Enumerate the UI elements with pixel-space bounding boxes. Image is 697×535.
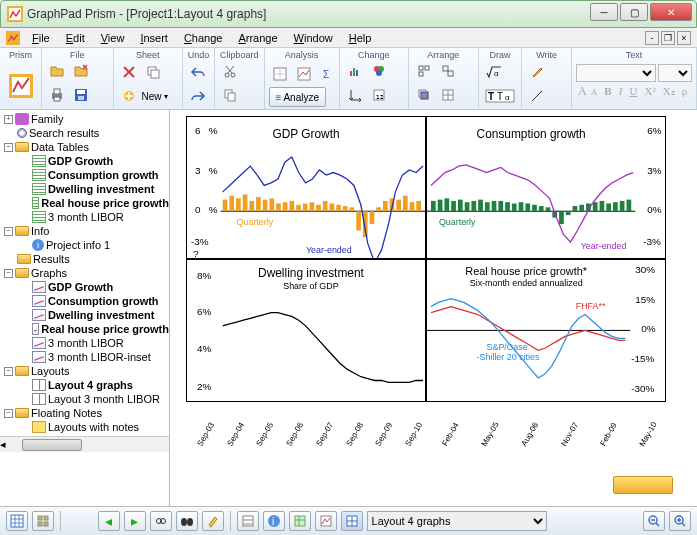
tree-graph-item[interactable]: 3 month LIBOR — [0, 336, 169, 350]
analysis2-icon[interactable] — [293, 63, 315, 85]
menu-file[interactable]: File — [24, 30, 58, 46]
nav-first-icon[interactable]: ◂ — [98, 511, 120, 531]
change-graph-icon[interactable] — [344, 60, 366, 82]
line-icon[interactable] — [526, 85, 548, 107]
minimize-button[interactable]: ─ — [590, 3, 618, 21]
arrange4-icon[interactable] — [437, 84, 459, 106]
mdi-restore-button[interactable]: ❐ — [661, 31, 675, 45]
close-button[interactable]: ✕ — [650, 3, 692, 21]
font-size-combo[interactable] — [658, 64, 692, 82]
print-icon[interactable] — [46, 84, 68, 106]
view-gallery-icon[interactable] — [32, 511, 54, 531]
menu-help[interactable]: Help — [341, 30, 380, 46]
menu-arrange[interactable]: Arrange — [230, 30, 285, 46]
tree-family[interactable]: +Family — [0, 112, 169, 126]
mdi-minimize-button[interactable]: - — [645, 31, 659, 45]
underline-icon[interactable]: U — [629, 85, 637, 97]
view-data-icon[interactable] — [237, 511, 259, 531]
change-colors-icon[interactable] — [368, 60, 390, 82]
menu-app-icon[interactable] — [6, 31, 20, 45]
zoom-out-icon[interactable] — [643, 511, 665, 531]
highlight-box[interactable] — [613, 476, 673, 494]
view-info-icon[interactable]: i — [263, 511, 285, 531]
menu-edit[interactable]: Edit — [58, 30, 93, 46]
chart-dwelling[interactable]: 8% 6% 4% 2% Dwelling investment Share of… — [186, 259, 426, 402]
tree-dt-item[interactable]: Real house price growth — [0, 196, 169, 210]
zoom-in-icon[interactable] — [669, 511, 691, 531]
cut-icon[interactable] — [219, 60, 241, 82]
redo-icon[interactable] — [187, 85, 209, 107]
pen-icon[interactable] — [526, 61, 548, 83]
open-icon[interactable] — [46, 60, 68, 82]
chart-consumption[interactable]: 6% 3% 0% -3% Consumption growth Quarterl… — [426, 116, 666, 259]
analysis3-icon[interactable]: Σ — [317, 63, 339, 85]
prism-icon[interactable] — [4, 69, 37, 103]
bring-front-icon[interactable] — [413, 84, 435, 106]
tree-info-item[interactable]: iProject info 1 — [0, 238, 169, 252]
tree-graph-item[interactable]: Real house price growth — [0, 322, 169, 336]
chart-layout-panel[interactable]: 6% 3% 0% -3% ? GDP Growth Quarterly Year… — [186, 116, 666, 436]
undo-icon[interactable] — [187, 61, 209, 83]
duplicate-sheet-icon[interactable] — [142, 61, 164, 83]
tree-layouts[interactable]: −Layouts — [0, 364, 169, 378]
view-layout-icon[interactable] — [341, 511, 363, 531]
tree-dt-item[interactable]: 3 month LIBOR — [0, 210, 169, 224]
view-datatable-icon[interactable] — [6, 511, 28, 531]
tree-graph-item[interactable]: Dwelling investment — [0, 308, 169, 322]
tree-note-item[interactable]: Layouts with notes — [0, 420, 169, 434]
maximize-button[interactable]: ▢ — [620, 3, 648, 21]
analysis-icon[interactable] — [269, 63, 291, 85]
italic-icon[interactable]: I — [619, 85, 623, 97]
menu-change[interactable]: Change — [176, 30, 231, 46]
new-dropdown-icon[interactable]: ▾ — [164, 92, 168, 101]
menu-view[interactable]: View — [93, 30, 133, 46]
nav-play-icon[interactable]: ▸ — [124, 511, 146, 531]
delete-sheet-icon[interactable] — [118, 61, 140, 83]
tree-results[interactable]: Results — [0, 252, 169, 266]
sidebar-h-scrollbar[interactable]: ◂ — [0, 436, 169, 452]
tree-dt-item[interactable]: GDP Growth — [0, 154, 169, 168]
nav-highlight-icon[interactable] — [202, 511, 224, 531]
view-results-icon[interactable] — [289, 511, 311, 531]
tree-layout-item[interactable]: Layout 4 graphs — [0, 378, 169, 392]
view-graph-icon[interactable] — [315, 511, 337, 531]
menu-insert[interactable]: Insert — [132, 30, 176, 46]
change4-icon[interactable]: ₁₂ — [368, 84, 390, 106]
new-sheet-label[interactable]: New — [142, 91, 162, 102]
tree-dt-item[interactable]: Dwelling investment — [0, 182, 169, 196]
layout-canvas[interactable]: 6% 3% 0% -3% ? GDP Growth Quarterly Year… — [170, 110, 697, 506]
tree-layout-item[interactable]: Layout 3 month LIBOR — [0, 392, 169, 406]
copy-icon[interactable] — [219, 84, 241, 106]
tree-graph-item[interactable]: 3 month LIBOR-inset — [0, 350, 169, 364]
font-smaller-icon[interactable]: A — [591, 87, 598, 97]
tree-graph-item[interactable]: Consumption growth — [0, 294, 169, 308]
tree-graphs[interactable]: −Graphs — [0, 266, 169, 280]
chart-house-price[interactable]: 30% 15% 0% -15% -30% Real house price gr… — [426, 259, 666, 402]
greek-icon[interactable]: ρ — [682, 85, 688, 97]
chart-gdp-growth[interactable]: 6% 3% 0% -3% ? GDP Growth Quarterly Year… — [186, 116, 426, 259]
superscript-icon[interactable]: X² — [644, 85, 655, 97]
tree-floating-notes[interactable]: −Floating Notes — [0, 406, 169, 420]
nav-binoculars-icon[interactable] — [176, 511, 198, 531]
text-tool-icon[interactable]: TTα — [483, 85, 517, 107]
align-icon[interactable] — [413, 60, 435, 82]
close-file-icon[interactable] — [70, 60, 92, 82]
tree-dt-item[interactable]: Consumption growth — [0, 168, 169, 182]
font-larger-icon[interactable]: A — [578, 84, 587, 98]
change-axes-icon[interactable] — [344, 84, 366, 106]
tree-info[interactable]: −Info — [0, 224, 169, 238]
new-sheet-icon[interactable] — [118, 85, 140, 107]
subscript-icon[interactable]: X₂ — [663, 85, 675, 97]
menu-window[interactable]: Window — [286, 30, 341, 46]
tree-graph-item[interactable]: GDP Growth — [0, 280, 169, 294]
font-family-combo[interactable] — [576, 64, 656, 82]
bold-icon[interactable]: B — [604, 85, 611, 97]
tree-search[interactable]: Search results — [0, 126, 169, 140]
nav-link-icon[interactable] — [150, 511, 172, 531]
tree-data-tables[interactable]: −Data Tables — [0, 140, 169, 154]
group-icon[interactable] — [437, 60, 459, 82]
sqrt-icon[interactable]: α — [483, 61, 505, 83]
analyze-button[interactable]: ≡Analyze — [269, 87, 326, 107]
mdi-close-button[interactable]: × — [677, 31, 691, 45]
sheet-selector-combo[interactable]: Layout 4 graphs — [367, 511, 547, 531]
